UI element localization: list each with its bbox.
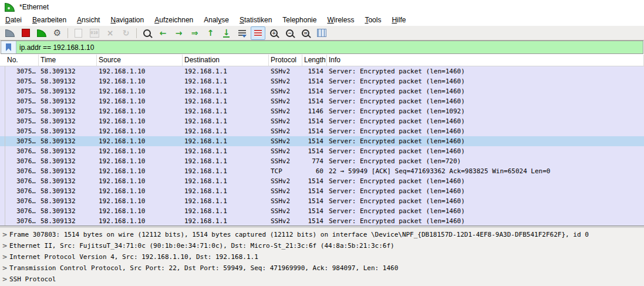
- menu-ansicht[interactable]: Ansicht: [72, 14, 105, 26]
- stop-capture-icon[interactable]: [18, 26, 33, 40]
- first-packet-icon[interactable]: ↑: [203, 26, 218, 40]
- cell-source: 192.168.1.10: [97, 166, 183, 176]
- zoom-out-icon[interactable]: −: [282, 26, 297, 40]
- packet-row[interactable]: 3076… 58.309132 192.168.1.10 192.168.1.1…: [0, 196, 644, 206]
- packet-row[interactable]: 3075… 58.309132 192.168.1.10 192.168.1.1…: [0, 66, 644, 76]
- go-forward-icon[interactable]: →: [171, 26, 186, 40]
- packet-row[interactable]: 3075… 58.309132 192.168.1.10 192.168.1.1…: [0, 136, 644, 146]
- cell-source: 192.168.1.10: [97, 196, 183, 206]
- detail-tree-row[interactable]: >Transmission Control Protocol, Src Port…: [0, 263, 644, 274]
- menu-hilfe[interactable]: Hilfe: [386, 14, 411, 26]
- cell-protocol: SSHv2: [269, 66, 302, 76]
- detail-tree-row[interactable]: >SSH Protocol: [0, 274, 644, 285]
- packet-row[interactable]: 3075… 58.309132 192.168.1.10 192.168.1.1…: [0, 126, 644, 136]
- cell-protocol: TCP: [269, 166, 302, 176]
- packet-row[interactable]: 3075… 58.309132 192.168.1.10 192.168.1.1…: [0, 96, 644, 106]
- colorize-packets-icon[interactable]: [251, 26, 265, 40]
- menu-wireless[interactable]: Wireless: [322, 14, 359, 26]
- packet-rows: 3075… 58.309132 192.168.1.10 192.168.1.1…: [0, 66, 644, 226]
- colorize-packets-icon: [254, 30, 262, 36]
- expand-chevron-icon[interactable]: >: [0, 263, 9, 274]
- cell-no: 3076…: [0, 196, 39, 206]
- cell-time: 58.309132: [39, 116, 97, 126]
- start-capture-icon[interactable]: [2, 26, 17, 40]
- cell-source: 192.168.1.10: [97, 216, 183, 226]
- cell-length: 1514: [302, 196, 327, 206]
- cell-source: 192.168.1.10: [97, 176, 183, 186]
- packet-row[interactable]: 3075… 58.309132 192.168.1.10 192.168.1.1…: [0, 106, 644, 116]
- packet-row[interactable]: 3076… 58.309132 192.168.1.10 192.168.1.1…: [0, 206, 644, 216]
- packet-row[interactable]: 3076… 58.309132 192.168.1.10 192.168.1.1…: [0, 216, 644, 226]
- menu-aufzeichnen[interactable]: Aufzeichnen: [149, 14, 198, 26]
- cell-protocol: SSHv2: [269, 176, 302, 186]
- expand-chevron-icon[interactable]: >: [0, 229, 9, 240]
- cell-length: 1514: [302, 116, 327, 126]
- cell-time: 58.309132: [39, 166, 97, 176]
- packet-row[interactable]: 3076… 58.309132 192.168.1.10 192.168.1.1…: [0, 146, 644, 156]
- menu-analyse[interactable]: Analyse: [198, 14, 234, 26]
- expand-chevron-icon[interactable]: >: [0, 251, 9, 263]
- packet-row[interactable]: 3075… 58.309132 192.168.1.10 192.168.1.1…: [0, 116, 644, 126]
- go-back-icon[interactable]: ←: [156, 26, 170, 40]
- packet-row[interactable]: 3075… 58.309132 192.168.1.10 192.168.1.1…: [0, 86, 644, 96]
- auto-scroll-icon: [238, 30, 246, 36]
- toolbar-separator: [68, 28, 68, 38]
- column-header-info[interactable]: Info: [327, 55, 644, 66]
- column-header-protocol[interactable]: Protocol: [269, 55, 302, 66]
- column-header-time[interactable]: Time: [39, 55, 97, 66]
- cell-no: 3076…: [0, 156, 39, 166]
- menu-navigation[interactable]: Navigation: [105, 14, 149, 26]
- cell-info: Server: Encrypted packet (len=1460): [327, 86, 644, 96]
- filter-bookmark-button[interactable]: [1, 41, 16, 53]
- zoom-reset-icon[interactable]: =: [298, 26, 313, 40]
- cell-info: Server: Encrypted packet (len=1460): [327, 146, 644, 156]
- capture-options-icon[interactable]: ⚙: [50, 26, 65, 40]
- cell-no: 3075…: [0, 96, 39, 106]
- cell-length: 1514: [302, 146, 327, 156]
- find-packet-icon[interactable]: [140, 26, 154, 40]
- column-header-destination[interactable]: Destination: [183, 55, 269, 66]
- zoom-in-icon[interactable]: +: [267, 26, 281, 40]
- detail-tree-row[interactable]: >Internet Protocol Version 4, Src: 192.1…: [0, 251, 644, 263]
- cell-protocol: SSHv2: [269, 106, 302, 116]
- menu-statistiken[interactable]: Statistiken: [234, 14, 277, 26]
- expand-chevron-icon[interactable]: >: [0, 240, 9, 251]
- cell-time: 58.309132: [39, 76, 97, 86]
- cell-length: 1514: [302, 76, 327, 86]
- column-header-length[interactable]: Length: [302, 55, 327, 66]
- cell-protocol: SSHv2: [269, 126, 302, 136]
- window-title: *Ethernet: [19, 3, 49, 11]
- resize-columns-icon[interactable]: [314, 26, 329, 40]
- cell-source: 192.168.1.10: [97, 136, 183, 146]
- cell-source: 192.168.1.10: [97, 86, 183, 96]
- display-filter-input[interactable]: [16, 41, 643, 53]
- column-header-no[interactable]: No.: [0, 55, 39, 66]
- last-packet-icon[interactable]: ↓: [219, 26, 234, 40]
- cell-protocol: SSHv2: [269, 216, 302, 226]
- cell-info: Server: Encrypted packet (len=1460): [327, 96, 644, 106]
- detail-tree-row[interactable]: >Ethernet II, Src: FujitsuT_34:71:0c (90…: [0, 240, 644, 251]
- expand-chevron-icon[interactable]: >: [0, 274, 9, 285]
- packet-row[interactable]: 3075… 58.309132 192.168.1.10 192.168.1.1…: [0, 76, 644, 86]
- column-header-source[interactable]: Source: [97, 55, 183, 66]
- wireshark-logo-icon: [5, 3, 15, 12]
- cell-no: 3075…: [0, 116, 39, 126]
- auto-scroll-icon[interactable]: [235, 26, 249, 40]
- go-to-packet-icon[interactable]: ⇒: [187, 26, 202, 40]
- packet-row[interactable]: 3076… 58.309132 192.168.1.10 192.168.1.1…: [0, 156, 644, 166]
- cell-no: 3075…: [0, 86, 39, 96]
- menu-datei[interactable]: Datei: [0, 14, 27, 26]
- menu-telephonie[interactable]: Telephonie: [277, 14, 322, 26]
- packet-row[interactable]: 3076… 58.309132 192.168.1.10 192.168.1.1…: [0, 176, 644, 186]
- menu-tools[interactable]: Tools: [359, 14, 386, 26]
- restart-capture-icon[interactable]: [34, 26, 49, 40]
- menu-bearbeiten[interactable]: Bearbeiten: [27, 14, 72, 26]
- cell-info: Server: Encrypted packet (len=720): [327, 156, 644, 166]
- detail-tree-row[interactable]: >Frame 307803: 1514 bytes on wire (12112…: [0, 229, 644, 240]
- packet-row[interactable]: 3076… 58.309132 192.168.1.10 192.168.1.1…: [0, 166, 644, 176]
- cell-length: 1514: [302, 176, 327, 186]
- cell-destination: 192.168.1.1: [183, 176, 269, 186]
- cell-destination: 192.168.1.1: [183, 196, 269, 206]
- cell-protocol: SSHv2: [269, 156, 302, 166]
- packet-row[interactable]: 3076… 58.309132 192.168.1.10 192.168.1.1…: [0, 186, 644, 196]
